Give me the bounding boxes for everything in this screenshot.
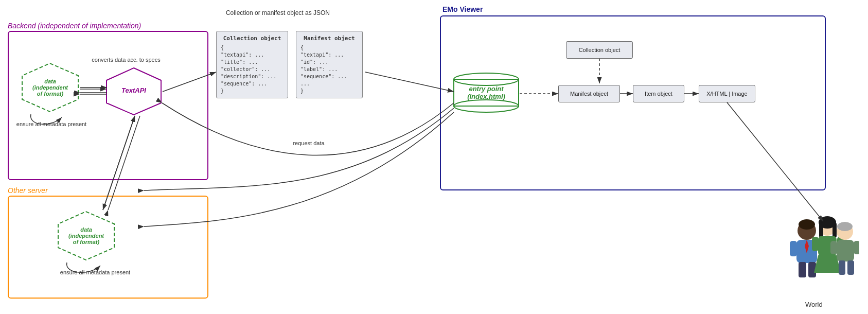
collection-object-header: Collection object: [221, 34, 284, 42]
item-object-emo-box: Item object: [633, 85, 684, 102]
svg-point-23: [837, 222, 853, 231]
svg-marker-0: [107, 68, 161, 115]
manifest-json-box: Manifest object { "textapi": ... "id": .…: [296, 31, 363, 98]
request-data-annotation: request data: [278, 140, 340, 146]
svg-point-7: [799, 219, 815, 230]
data-hexagon-backend: [21, 62, 80, 115]
xhtml-image-box: X/HTML | Image: [699, 85, 755, 102]
entry-point-cylinder: [453, 72, 520, 115]
data-hexagon-other: [57, 210, 116, 263]
svg-marker-1: [22, 63, 78, 112]
collection-object-emo-box: Collection object: [566, 41, 633, 59]
svg-rect-17: [832, 222, 837, 238]
svg-rect-16: [819, 222, 823, 238]
ensure-metadata-other: ensure all metadata present: [51, 269, 139, 275]
svg-rect-26: [854, 241, 859, 254]
svg-marker-2: [58, 212, 114, 260]
svg-rect-27: [839, 260, 845, 275]
svg-rect-24: [837, 240, 854, 261]
svg-rect-9: [790, 241, 797, 256]
svg-rect-25: [830, 241, 837, 254]
other-server-label: Other server: [8, 186, 48, 195]
world-label: World: [805, 301, 823, 308]
emo-viewer-label: EMo Viewer: [442, 5, 483, 13]
backend-label: Backend (independent of implementation): [8, 22, 141, 30]
collection-json-box: Collection object { "textapi": ... "titl…: [216, 31, 288, 98]
diagram-container: { "title": "Architecture Diagram", "back…: [0, 0, 868, 314]
textapi-hexagon: [105, 67, 162, 116]
ensure-metadata-backend: ensure all metadata present: [13, 121, 90, 127]
svg-rect-28: [847, 260, 854, 275]
manifest-object-header: Manifest object: [300, 34, 358, 42]
world-people: [787, 216, 859, 296]
manifest-object-emo-box: Manifest object: [558, 85, 620, 102]
converts-data-annotation: converts data acc. to specs: [85, 57, 167, 63]
svg-rect-19: [812, 237, 819, 251]
svg-rect-12: [799, 262, 806, 277]
collection-manifest-json-label: Collection or manifest object as JSON: [221, 9, 334, 16]
